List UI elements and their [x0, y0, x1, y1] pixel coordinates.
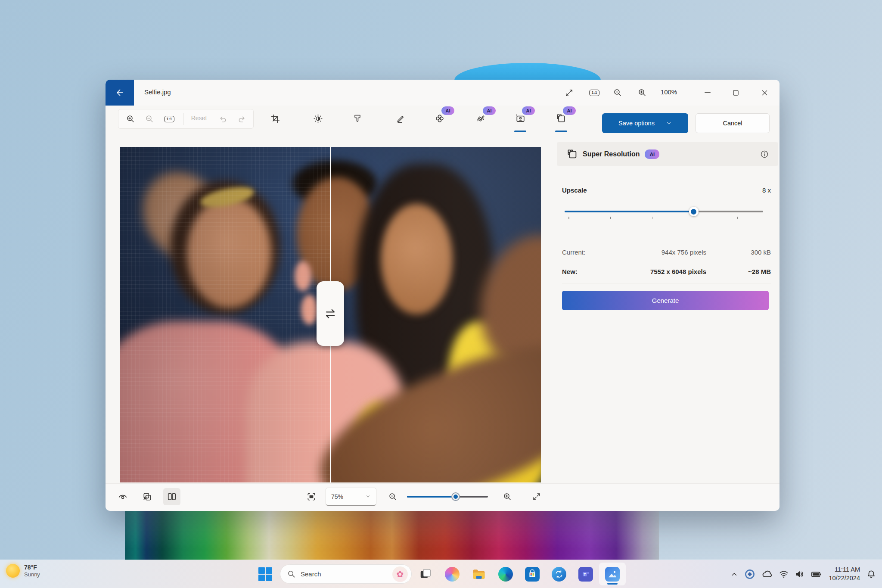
weather-widget[interactable]: 78°F Sunny	[6, 563, 40, 578]
photos-app-button[interactable]	[599, 563, 626, 585]
generative-erase-ai-button[interactable]: AI	[472, 110, 490, 127]
sync-app-button[interactable]	[546, 563, 572, 585]
canvas-zoom-in-button[interactable]	[499, 488, 516, 505]
markup-button[interactable]	[392, 110, 409, 127]
fullscreen-icon	[565, 89, 573, 97]
close-button[interactable]	[755, 83, 774, 102]
slider-tick	[652, 217, 653, 219]
new-filesize: ~28 MB	[706, 268, 771, 275]
fit-to-window-button[interactable]	[303, 488, 320, 505]
onedrive-cloud-icon[interactable]	[761, 569, 773, 580]
zoom-out-icon	[388, 492, 397, 501]
svg-text:T: T	[584, 572, 586, 576]
windows-logo-pane	[258, 567, 265, 574]
fullscreen-button[interactable]	[559, 83, 578, 102]
super-resolution-ai-button[interactable]: AI	[553, 110, 570, 127]
upscale-slider-thumb[interactable]	[689, 207, 699, 216]
canvas-zoom-slider[interactable]	[407, 496, 488, 498]
task-view-button[interactable]	[412, 563, 439, 585]
tray-chevron-up-button[interactable]	[730, 570, 738, 578]
security-tray-icon[interactable]	[745, 569, 755, 579]
zoom-out-icon	[145, 115, 154, 123]
reset-button[interactable]: Reset	[186, 115, 211, 121]
actual-size-button[interactable]: 1:1	[585, 83, 604, 102]
info-icon[interactable]	[760, 150, 769, 159]
maximize-button[interactable]	[726, 83, 745, 102]
maximize-icon	[732, 89, 739, 96]
save-options-button[interactable]: Save options	[602, 113, 688, 133]
redo-button[interactable]	[233, 110, 250, 128]
before-pixelated-half	[120, 147, 330, 482]
compare-button[interactable]	[139, 488, 156, 505]
teams-button[interactable]: T	[572, 563, 599, 585]
close-icon	[761, 89, 768, 96]
copilot-button[interactable]	[439, 563, 466, 585]
edge-button[interactable]	[492, 563, 519, 585]
slider-tick	[610, 217, 611, 219]
system-tray: 11:11 AM 10/22/2024	[730, 560, 876, 588]
zoom-percent-select[interactable]: 75%	[326, 488, 376, 506]
zoom-out-button[interactable]	[608, 83, 627, 102]
upscale-row: Upscale 8 x	[562, 187, 771, 194]
zoom-in-button[interactable]	[633, 83, 652, 102]
upscale-slider[interactable]	[565, 211, 763, 212]
search-box[interactable]: Search ✿	[280, 564, 412, 584]
volume-icon[interactable]	[795, 569, 804, 579]
markup-pen-icon	[396, 114, 405, 123]
canvas-actual-size-button[interactable]: 1:1	[161, 110, 178, 128]
view-zoom-level: 100%	[656, 88, 682, 96]
store-icon	[525, 567, 540, 582]
auto-enhance-ai-button[interactable]: AI	[431, 110, 448, 127]
generate-button[interactable]: Generate	[562, 291, 769, 310]
upscale-label: Upscale	[562, 187, 587, 194]
minimize-button[interactable]	[698, 83, 717, 102]
super-resolution-icon	[567, 149, 578, 159]
start-button[interactable]	[258, 567, 272, 581]
current-size-row: Current: 944x 756 pixels 300 kB	[562, 249, 771, 256]
undo-icon	[219, 115, 227, 123]
sun-weather-icon	[6, 564, 20, 578]
preview-original-button[interactable]	[114, 488, 131, 505]
battery-icon[interactable]	[811, 569, 822, 580]
canvas-zoom-out-button[interactable]	[384, 488, 401, 505]
before-after-swap-handle[interactable]	[317, 281, 344, 346]
teams-icon: T	[578, 567, 593, 582]
photo-canvas	[120, 147, 541, 482]
filter-button[interactable]	[349, 110, 366, 127]
new-size-row: New: 7552 x 6048 pixels ~28 MB	[562, 268, 771, 275]
canvas-zoom-toolgroup: 1:1 Reset	[118, 109, 254, 129]
brightness-icon	[314, 114, 323, 123]
windows-logo-pane	[266, 575, 272, 581]
back-button[interactable]	[106, 80, 134, 106]
background-ai-button[interactable]: AI	[512, 110, 529, 127]
weather-temperature: 78°F	[24, 563, 40, 571]
cancel-label: Cancel	[723, 120, 742, 127]
adjustments-button[interactable]	[309, 110, 326, 127]
undo-button[interactable]	[214, 110, 231, 128]
file-explorer-button[interactable]	[466, 563, 492, 585]
canvas-zoom-in-button[interactable]	[122, 110, 139, 128]
weather-condition: Sunny	[24, 571, 40, 578]
zoom-in-icon	[126, 115, 135, 123]
crop-button[interactable]	[267, 110, 284, 127]
super-resolution-icon	[556, 114, 566, 123]
expand-canvas-button[interactable]	[528, 488, 545, 505]
file-explorer-icon	[472, 567, 486, 581]
ai-badge: AI	[563, 106, 576, 115]
notification-bell-icon[interactable]	[866, 569, 876, 579]
ai-badge: AI	[441, 106, 454, 115]
canvas-zoom-slider-thumb[interactable]	[451, 492, 460, 501]
wifi-icon[interactable]	[779, 569, 789, 579]
slider-tick	[568, 217, 569, 219]
zoom-percent-value: 75%	[331, 493, 343, 500]
microsoft-store-button[interactable]	[519, 563, 546, 585]
generative-erase-icon	[476, 114, 486, 123]
split-view-button[interactable]	[163, 488, 180, 505]
cancel-button[interactable]: Cancel	[696, 113, 770, 133]
canvas-zoom-out-button[interactable]	[141, 110, 158, 128]
search-placeholder: Search	[301, 570, 392, 578]
current-pixels: 944x 756 pixels	[601, 249, 706, 256]
clock-widget[interactable]: 11:11 AM 10/22/2024	[829, 566, 860, 582]
background-active-underline	[514, 131, 526, 132]
new-label: New:	[562, 268, 601, 275]
